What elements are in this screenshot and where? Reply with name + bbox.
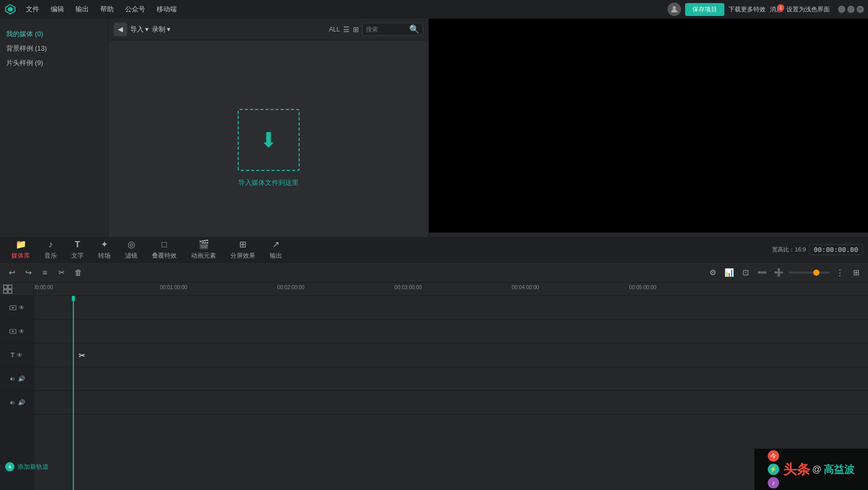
download-effects-button[interactable]: 下载更多特效 [729,5,766,14]
svg-marker-8 [12,307,14,309]
text-track-icon: T [11,351,15,359]
tl-right-controls: ⚙ 📊 ⊡ ➖ ➕ ⋮ ⊞ [706,266,863,279]
drop-zone[interactable]: ⬇ 导入媒体文件到这里 [109,40,428,256]
track-row-video2 [34,320,868,343]
all-label[interactable]: ALL [329,26,340,33]
more-options-button[interactable]: ⋮ [833,266,846,279]
tab-export-label: 输出 [270,251,282,260]
user-avatar[interactable] [668,3,681,16]
notification-badge: 1 [777,4,784,11]
maximize-button[interactable]: □ [847,6,855,13]
loading-icon: ⚙ [706,266,719,279]
grid-icon [3,284,12,294]
tab-music-label: 音乐 [44,251,57,260]
track-row-text: ✂ [34,343,868,367]
main-area: 我的媒体 (0) 背景样例 (13) 片头样例 (9) ◀ 导入 ▾ 录制 ▾ … [0,19,868,256]
username: 高益波 [824,463,855,477]
tab-overlay[interactable]: □ 叠覆特效 [146,238,183,262]
tab-filter[interactable]: ◎ 滤镜 [119,237,144,262]
menu-mobile[interactable]: 移动端 [151,3,182,16]
tab-text-label: 文字 [71,251,84,260]
zoom-in-button[interactable]: ➕ [772,266,785,279]
svg-rect-6 [8,290,12,293]
search-input[interactable] [366,26,407,33]
tab-media[interactable]: 📁 媒体库 [5,237,36,262]
watermark-text: 头条 @ 高益波 [783,461,855,479]
tab-text[interactable]: T 文字 [65,238,90,262]
watermark: 今 ⚡ ♪ 头条 @ 高益波 [754,449,868,490]
search-icon[interactable]: 🔍 [409,24,420,34]
playhead[interactable] [73,296,74,490]
eye-icon-v2[interactable]: 👁 [19,328,25,335]
left-panel: 我的媒体 (0) 背景样例 (13) 片头样例 (9) [0,19,109,256]
bluetooth-icon: ⚡ [768,464,779,475]
record-button[interactable]: 录制 ▾ [152,25,171,34]
tab-export[interactable]: ↗ 输出 [264,237,288,262]
timecode-display: 00:00:00.00 [809,244,863,255]
list-button[interactable]: ≡ [38,266,52,279]
toutiao-logo: 头条 [783,461,810,479]
audio-track-icon-1 [9,375,16,383]
volume-icon-a1[interactable]: 🔊 [18,375,25,382]
tab-animation-label: 动画元素 [191,251,216,260]
tab-splitscreen-label: 分屏效果 [230,251,255,260]
track-label-text: T 👁 [0,343,34,367]
title-bar: 文件 编辑 输出 帮助 公众号 移动端 保存项目 下载更多特效 消息 1 设置为… [0,0,868,19]
back-button[interactable]: ◀ [114,23,127,36]
undo-button[interactable]: ↩ [5,266,19,279]
zoom-fit-button[interactable]: ⊡ [739,266,752,279]
add-track-row[interactable]: + 添加新轨道 [0,459,54,475]
volume-icon-a2[interactable]: 🔊 [18,399,25,406]
import-button[interactable]: 导入 ▾ [130,25,149,34]
zoom-out-button[interactable]: ➖ [755,266,769,279]
menu-output[interactable]: 输出 [70,3,94,16]
ruler-mark-4: 00:04:00:00 [512,284,539,290]
menu-edit[interactable]: 编辑 [45,3,69,16]
storyboard-view-button[interactable]: ⊞ [849,266,863,279]
list-view-icon[interactable]: ☰ [343,25,350,34]
sidebar-item-header-samples[interactable]: 片头样例 (9) [0,56,108,70]
waveform-icon[interactable]: 📊 [722,266,736,279]
record-dropdown-icon: ▾ [167,25,171,33]
zoom-slider[interactable] [788,272,830,274]
media-toolbar-left: ◀ 导入 ▾ 录制 ▾ [114,23,171,36]
eye-icon-v1[interactable]: 👁 [19,304,25,311]
ruler-mark-5: 00:05:00:00 [629,284,657,290]
delete-button[interactable]: 🗑 [71,266,85,279]
download-arrow-icon: ⬇ [260,128,277,152]
minimize-button[interactable]: － [838,6,845,13]
drop-box[interactable]: ⬇ [238,109,300,171]
menu-wechat[interactable]: 公众号 [120,3,150,16]
redo-button[interactable]: ↪ [22,266,35,279]
track-label-video2: 👁 [0,320,34,343]
tab-music[interactable]: ♪ 音乐 [38,238,63,262]
close-button[interactable]: ✕ [857,6,864,13]
track-label-video1: 👁 [0,296,34,320]
left-panel-header [0,19,108,27]
filter-tab-icon: ◎ [128,239,135,250]
svg-marker-1 [8,7,13,12]
playhead-top [72,296,75,301]
save-project-button[interactable]: 保存项目 [685,3,724,16]
settings-button[interactable]: 设置为浅色界面 [786,5,830,14]
ruler-mark-3: 00:03:00:00 [395,284,422,290]
grid-view-icon[interactable]: ⊞ [353,25,359,34]
cut-button[interactable]: ✂ [55,266,68,279]
animation-tab-icon: 🎬 [198,239,209,250]
sidebar-item-bg-samples[interactable]: 背景样例 (13) [0,41,108,56]
menu-file[interactable]: 文件 [21,3,44,16]
sidebar-item-my-media[interactable]: 我的媒体 (0) [0,27,108,41]
menu-help[interactable]: 帮助 [95,3,119,16]
svg-rect-4 [8,285,12,289]
eye-icon-t[interactable]: 👁 [17,352,23,359]
music-tab-icon: ♪ [49,240,53,250]
tab-filter-label: 滤镜 [125,251,137,260]
video-track-icon [9,304,17,311]
tab-transition[interactable]: ✦ 转场 [92,237,117,262]
tab-bar: 📁 媒体库 ♪ 音乐 T 文字 ✦ 转场 ◎ 滤镜 □ 叠覆特效 🎬 动画元素 … [0,237,868,263]
tab-splitscreen[interactable]: ⊞ 分屏效果 [224,237,261,262]
tab-animation[interactable]: 🎬 动画元素 [185,237,222,262]
text-tab-icon: T [75,240,80,250]
notification-button[interactable]: 消息 1 [770,5,782,14]
search-box: 🔍 [362,23,423,36]
